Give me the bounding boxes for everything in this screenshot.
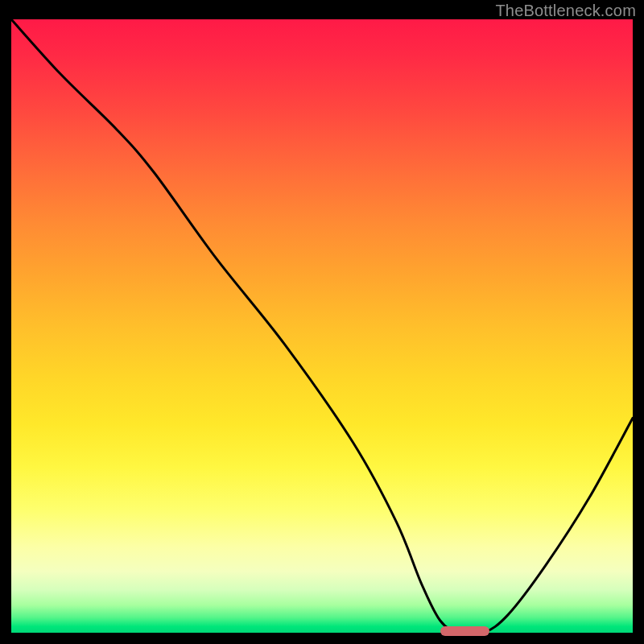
plot-area	[11, 19, 633, 633]
chart-frame: TheBottleneck.com	[0, 0, 644, 644]
watermark-text: TheBottleneck.com	[495, 2, 636, 20]
bottleneck-curve	[11, 19, 633, 633]
optimal-range-marker	[440, 626, 490, 636]
